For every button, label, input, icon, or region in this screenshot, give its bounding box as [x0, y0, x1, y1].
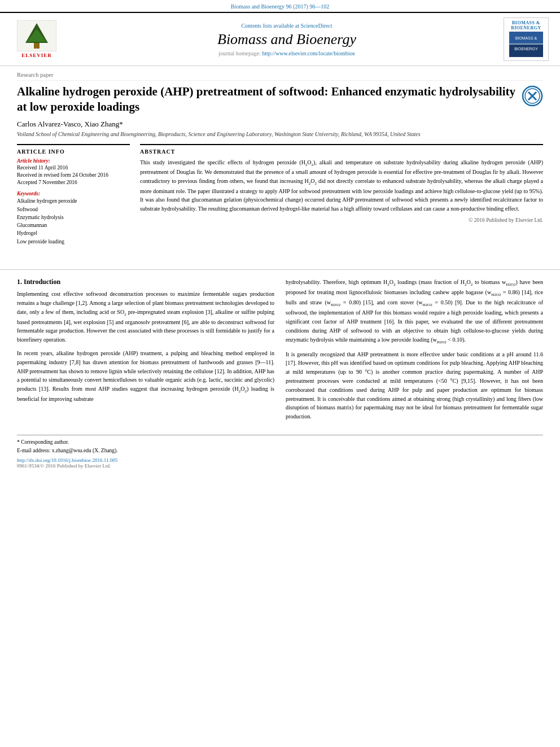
history-label: Article history:: [17, 158, 130, 164]
article-columns: ARTICLE INFO Article history: Received 1…: [17, 144, 543, 250]
sciencedirect-link: Contents lists available at ScienceDirec…: [70, 23, 504, 29]
corresponding-author: * Corresponding author.: [17, 439, 543, 446]
biomass-logo-img: BIOMASS & BIOENERGY: [509, 32, 543, 57]
journal-center: Contents lists available at ScienceDirec…: [70, 23, 504, 56]
svg-text:BIOMASS &: BIOMASS &: [515, 36, 537, 40]
intro-para3: hydrolysability. Therefore, high optimum…: [286, 278, 543, 346]
article-type: Research paper: [17, 72, 543, 81]
intro-para1: Implementing cost effective softwood dec…: [17, 290, 274, 344]
authors: Carlos Alvarez-Vasco, Xiao Zhang*: [17, 120, 543, 129]
intro-para4: It is generally recognized that AHP pret…: [286, 350, 543, 421]
keywords-label: Keywords:: [17, 191, 130, 196]
elsevier-text: ELSEVIER: [21, 53, 52, 58]
received-date: Received 11 April 2016 Received in revis…: [17, 164, 130, 187]
crossmark-icon: [522, 85, 543, 107]
intro-para2: In recent years, alkaline hydrogen perox…: [17, 349, 274, 404]
elsevier-logo: ELSEVIER: [11, 20, 62, 58]
paper-title-row: Alkaline hydrogen peroxide (AHP) pretrea…: [17, 84, 543, 115]
doi-link[interactable]: http://dx.doi.org/10.1016/j.biombioe.201…: [17, 457, 543, 463]
sciencedirect-text[interactable]: ScienceDirect: [300, 23, 332, 29]
section-divider: [0, 269, 560, 270]
homepage-url[interactable]: http://www.elsevier.com/locate/biombioe: [262, 50, 355, 56]
content-area: Research paper Alkaline hydrogen peroxid…: [0, 66, 560, 261]
abstract-col: ABSTRACT This study investigated the spe…: [140, 144, 543, 250]
introduction-heading: 1. Introduction: [17, 278, 274, 286]
journal-citation: Biomass and Bioenergy 96 (2017) 96—102: [0, 0, 560, 12]
journal-ref: Biomass and Bioenergy 96 (2017) 96—102: [231, 3, 330, 10]
article-info: ARTICLE INFO Article history: Received 1…: [17, 144, 130, 250]
paper-title: Alkaline hydrogen peroxide (AHP) pretrea…: [17, 84, 516, 115]
biomass-logo-title: BIOMASS & BIOENERGY: [506, 20, 546, 30]
body-left: 1. Introduction Implementing cost effect…: [17, 278, 274, 426]
main-body: 1. Introduction Implementing cost effect…: [0, 278, 560, 426]
biomass-logo-box: BIOMASS & BIOENERGY BIOMASS & BIOENERGY: [504, 18, 549, 61]
abstract-text: This study investigated the specific eff…: [140, 158, 543, 213]
issn: 0961-9534/© 2016 Published by Elsevier L…: [17, 463, 543, 469]
abstract-title: ABSTRACT: [140, 148, 543, 155]
article-info-title: ARTICLE INFO: [17, 148, 130, 155]
body-right: hydrolysability. Therefore, high optimum…: [286, 278, 543, 426]
journal-title: Biomass and Bioenergy: [70, 31, 504, 48]
svg-text:BIOENERGY: BIOENERGY: [514, 47, 538, 51]
keywords-list: Alkaline hydrogen peroxide Softwood Enzy…: [17, 197, 130, 246]
footnote-area: * Corresponding author. E-mail address: …: [17, 435, 543, 469]
copyright: © 2016 Published by Elsevier Ltd.: [140, 217, 543, 223]
email-address: E-mail address: x.zhang@wsu.edu (X. Zhan…: [17, 447, 543, 455]
affiliation: Voiland School of Chemical Engineering a…: [17, 131, 543, 137]
journal-homepage: journal homepage: http://www.elsevier.co…: [70, 50, 504, 56]
journal-header: ELSEVIER Contents lists available at Sci…: [0, 12, 560, 66]
